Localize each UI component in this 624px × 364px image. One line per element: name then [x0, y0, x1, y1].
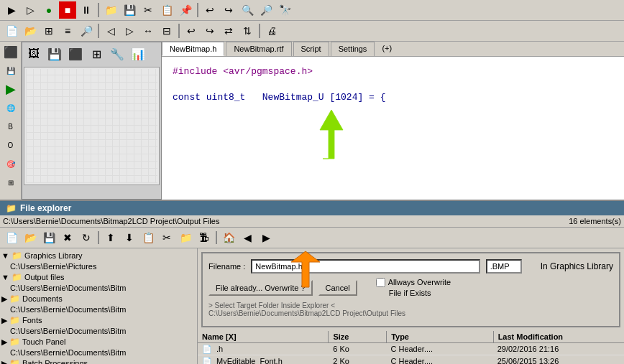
fe-btn-back[interactable]: ◀ — [239, 229, 256, 246]
toolbar-btn-list[interactable]: ≡ — [59, 22, 76, 39]
fe-btn-home[interactable]: 🏠 — [220, 229, 237, 246]
toolbar-btn-folder[interactable]: 📂 — [22, 22, 39, 39]
table-row-1[interactable]: 📄 .h 6 Ko C Header.... 29/02/2016 21:16 — [198, 343, 624, 355]
sidebar-icon-1[interactable]: 🖼 — [24, 44, 44, 64]
toolbar-btn-save[interactable]: 💾 — [121, 1, 138, 19]
tree-item-touch-panel[interactable]: ▶ 📁 Touch Panel — [1, 336, 196, 347]
fe-btn-zip[interactable]: 🗜 — [196, 229, 213, 246]
cancel-button[interactable]: Cancel — [318, 280, 357, 296]
tree-item-output-path[interactable]: C:\Users\Bernie\Documents\Bitm — [1, 283, 196, 293]
table-row-2[interactable]: 📄 MyEditable_Font.h 2 Ko C Header.... 25… — [198, 355, 624, 364]
left-icon-7[interactable]: 🎯 — [2, 155, 19, 172]
tab-newbitmap-rtf[interactable]: NewBitmap.rtf — [226, 42, 291, 56]
tab-script[interactable]: Script — [293, 42, 329, 56]
left-icon-8[interactable]: ⊞ — [2, 174, 19, 191]
tab-plus[interactable]: (+) — [376, 42, 398, 56]
tree-item-fonts-path[interactable]: C:\Users\Bernie\Documents\Bitm — [1, 326, 196, 336]
left-icon-5[interactable]: B — [2, 118, 19, 135]
toolbar-btn-grid[interactable]: ⊞ — [40, 22, 58, 39]
tree-item-fonts[interactable]: ▶ 📁 Fonts — [1, 314, 196, 326]
fe-btn-open[interactable]: 📂 — [22, 229, 39, 246]
overwrite-button[interactable]: File already... Overwrite ? — [208, 280, 313, 296]
toolbar-btn-zoom-in[interactable]: 🔎 — [257, 1, 275, 19]
filename-label: Filename : — [208, 262, 245, 271]
file-name-1: 📄 .h — [198, 343, 329, 355]
toolbar-btn-step[interactable]: ▷ — [22, 1, 39, 19]
overwrite-dialog: Filename : In Graphics Library File alre… — [201, 252, 620, 327]
fe-btn-folder-new[interactable]: 📁 — [177, 229, 194, 246]
toolbar-btn-format[interactable]: ⊟ — [158, 22, 175, 39]
fe-btn-refresh[interactable]: ↻ — [78, 229, 95, 246]
sidebar-icon-4[interactable]: ⊞ — [86, 44, 106, 64]
tab-settings[interactable]: Settings — [331, 42, 375, 56]
th-size[interactable]: Size — [329, 331, 387, 342]
tree-item-pictures[interactable]: C:\Users\Bernie\Pictures — [1, 261, 196, 271]
always-overwrite-checkbox[interactable] — [376, 278, 385, 287]
tree-item-touch-path[interactable]: C:\Users\Bernie\Documents\Bitm — [1, 347, 196, 358]
left-icon-3[interactable]: ▶ — [2, 80, 19, 98]
toolbar-btn-find[interactable]: 🔍 — [239, 1, 256, 19]
sidebar-icon-3[interactable]: ⬛ — [65, 44, 86, 64]
toolbar-btn-align-right[interactable]: ▷ — [121, 22, 138, 39]
th-modified[interactable]: Last Modification — [494, 331, 624, 342]
tree-label-output-files: Output files — [24, 273, 65, 281]
toolbar-btn-play[interactable]: ▶ — [3, 1, 20, 19]
toolbar-btn-undo[interactable]: ↩ — [201, 1, 219, 19]
sidebar-icon-5[interactable]: 🔧 — [107, 44, 127, 64]
toolbar-btn-zoom-out[interactable]: 🔭 — [276, 1, 293, 19]
file-modified-1: 29/02/2016 21:16 — [493, 344, 624, 354]
tree-item-docs-path[interactable]: C:\Users\Bernie\Documents\Bitm — [1, 304, 196, 314]
fe-btn-delete[interactable]: ✖ — [59, 229, 76, 246]
left-icon-6[interactable]: O — [2, 136, 19, 154]
tab-newbitmap-h[interactable]: NewBitmap.h — [162, 42, 224, 56]
toolbar-btn-cut[interactable]: ✂ — [139, 1, 157, 19]
fe-btn-cut[interactable]: ✂ — [158, 229, 175, 246]
sidebar-panel: 🖼 💾 ⬛ ⊞ 🔧 📊 — [22, 42, 162, 200]
fe-path-bar: C:\Users\Bernie\Documents\Bitmap2LCD Pro… — [0, 215, 624, 228]
left-icon-1[interactable]: ⬛ — [2, 43, 19, 60]
toolbar-btn-paste[interactable]: 📌 — [177, 1, 194, 19]
file-size-2: 2 Ko — [329, 356, 386, 364]
toolbar-btn-record[interactable]: ● — [40, 1, 58, 19]
tree-item-batch[interactable]: ▶ 📁 Batch Processings — [1, 358, 196, 364]
fe-btn-copy[interactable]: 📋 — [139, 229, 157, 246]
fe-btn-forward[interactable]: ▶ — [257, 229, 275, 246]
tree-item-documents[interactable]: ▶ 📁 Documents — [1, 293, 196, 304]
tree-item-graphics-library[interactable]: ▼ 📁 Graphics Library — [1, 250, 196, 261]
toolbar-btn-search[interactable]: 🔎 — [78, 22, 95, 39]
toolbar-btn-new[interactable]: 📄 — [3, 22, 20, 39]
extension-input[interactable] — [486, 259, 522, 274]
toolbar-btn-merge[interactable]: ⇄ — [220, 22, 237, 39]
tree-folder-icon-4: 📁 — [9, 315, 20, 325]
tree-label-graphics-library: Graphics Library — [24, 251, 83, 260]
fe-btn-new[interactable]: 📄 — [3, 229, 20, 246]
toolbar-btn-stop[interactable]: ■ — [59, 1, 76, 19]
left-icon-2[interactable]: 💾 — [2, 62, 19, 79]
th-type[interactable]: Type — [387, 331, 494, 342]
toolbar-btn-redo2[interactable]: ↪ — [201, 22, 219, 39]
tree-item-output-files[interactable]: ▼ 📁 Output files — [1, 271, 196, 283]
fe-path-text: C:\Users\Bernie\Documents\Bitmap2LCD Pro… — [3, 217, 219, 225]
toolbar-btn-redo[interactable]: ↪ — [220, 1, 237, 19]
fe-btn-download[interactable]: ⬇ — [121, 229, 138, 246]
sidebar-icon-6[interactable]: 📊 — [128, 44, 148, 64]
toolbar-btn-open[interactable]: 📁 — [102, 1, 119, 19]
toolbar-btn-undo2[interactable]: ↩ — [183, 22, 200, 39]
fe-btn-upload[interactable]: ⬆ — [102, 229, 119, 246]
toolbar-btn-center[interactable]: ↔ — [139, 22, 157, 39]
th-name[interactable]: Name [X] — [198, 331, 329, 342]
toolbar-btn-copy[interactable]: 📋 — [158, 1, 175, 19]
filename-input[interactable] — [251, 259, 480, 274]
left-icon-4[interactable]: 🌐 — [2, 99, 19, 116]
fe-btn-save[interactable]: 💾 — [40, 229, 58, 246]
editor-area: NewBitmap.h NewBitmap.rtf Script Setting… — [162, 42, 624, 200]
toolbar-btn-pause[interactable]: ⏸ — [78, 1, 95, 19]
dialog-current-path: C:\Users\Bernie\Documents\Bitmap2LCD Pro… — [208, 309, 613, 317]
toolbar-btn-split[interactable]: ⇅ — [239, 22, 256, 39]
file-explorer: 📁 File explorer C:\Users\Bernie\Document… — [0, 200, 624, 364]
code-include: #include <avr/pgmspace.h> — [173, 66, 313, 77]
toolbar-btn-align-left[interactable]: ◁ — [102, 22, 119, 39]
toolbar-btn-print[interactable]: 🖨 — [263, 22, 280, 39]
tree-label-touch-path: C:\Users\Bernie\Documents\Bitm — [10, 348, 126, 357]
sidebar-icon-2[interactable]: 💾 — [45, 44, 65, 64]
